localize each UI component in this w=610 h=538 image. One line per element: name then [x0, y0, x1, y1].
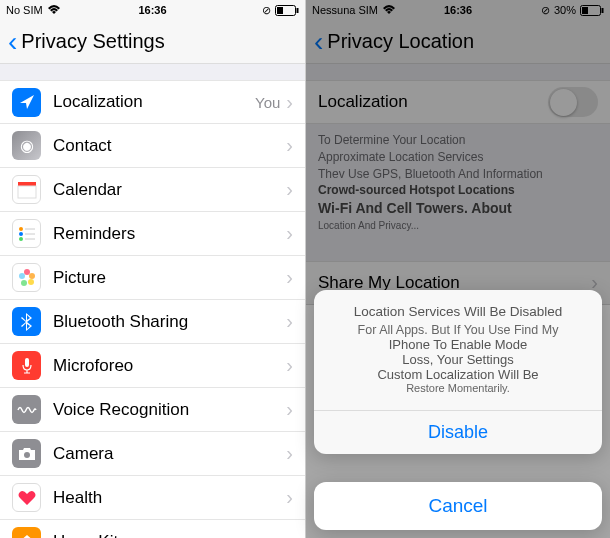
- nav-title: Privacy Settings: [21, 30, 164, 53]
- settings-list: Localization You › ◉ Contact › Calendar …: [0, 64, 305, 538]
- svg-point-15: [21, 280, 27, 286]
- chevron-right-icon: ›: [286, 398, 293, 421]
- row-label: Calendar: [53, 180, 286, 200]
- row-label: Camera: [53, 444, 286, 464]
- svg-rect-4: [18, 186, 36, 198]
- svg-rect-3: [18, 182, 36, 186]
- row-calendar[interactable]: Calendar ›: [0, 168, 305, 212]
- chevron-right-icon: ›: [286, 178, 293, 201]
- row-homekit[interactable]: HomeKit ›: [0, 520, 305, 538]
- svg-rect-17: [25, 358, 29, 367]
- row-health[interactable]: Health ›: [0, 476, 305, 520]
- row-label: Voice Recognition: [53, 400, 286, 420]
- homekit-icon: [12, 527, 41, 538]
- modal-overlay: [306, 0, 610, 538]
- chevron-right-icon: ›: [286, 442, 293, 465]
- battery-icon: [275, 5, 299, 16]
- row-picture[interactable]: Picture ›: [0, 256, 305, 300]
- row-reminders[interactable]: Reminders ›: [0, 212, 305, 256]
- clock: 16:36: [138, 4, 166, 16]
- row-label: Health: [53, 488, 286, 508]
- location-icon: [12, 88, 41, 117]
- reminders-icon: [12, 219, 41, 248]
- row-label: Contact: [53, 136, 286, 156]
- svg-rect-1: [297, 8, 299, 13]
- bluetooth-icon: [12, 307, 41, 336]
- chevron-right-icon: ›: [286, 91, 293, 114]
- svg-point-18: [24, 452, 30, 458]
- svg-point-14: [28, 279, 34, 285]
- privacy-settings-screen: No SIM 16:36 ⊘ ‹ Privacy Settings Locali…: [0, 0, 305, 538]
- row-localization[interactable]: Localization You ›: [0, 80, 305, 124]
- row-label: Bluetooth Sharing: [53, 312, 286, 332]
- svg-point-7: [19, 237, 23, 241]
- svg-point-6: [19, 232, 23, 236]
- row-detail: You: [255, 94, 280, 111]
- wifi-icon: [47, 5, 61, 15]
- chevron-right-icon: ›: [286, 222, 293, 245]
- row-label: Localization: [53, 92, 255, 112]
- status-bar: No SIM 16:36 ⊘: [0, 0, 305, 20]
- chevron-right-icon: ›: [286, 486, 293, 509]
- contacts-icon: ◉: [12, 131, 41, 160]
- row-bluetooth[interactable]: Bluetooth Sharing ›: [0, 300, 305, 344]
- rotation-lock-icon: ⊘: [262, 4, 271, 17]
- svg-rect-2: [277, 7, 283, 14]
- row-label: Reminders: [53, 224, 286, 244]
- cancel-button[interactable]: Cancel: [314, 482, 602, 530]
- svg-point-5: [19, 227, 23, 231]
- row-camera[interactable]: Camera ›: [0, 432, 305, 476]
- calendar-icon: [12, 175, 41, 204]
- privacy-location-screen: Nessuna SIM 16:36 ⊘ 30% ‹ Privacy Locati…: [305, 0, 610, 538]
- health-icon: [12, 483, 41, 512]
- row-label: Microforeo: [53, 356, 286, 376]
- photos-icon: [12, 263, 41, 292]
- svg-point-16: [19, 273, 25, 279]
- back-chevron-icon[interactable]: ‹: [8, 28, 17, 56]
- microphone-icon: [12, 351, 41, 380]
- disable-button[interactable]: Disable: [314, 410, 602, 454]
- chevron-right-icon: ›: [286, 134, 293, 157]
- alert-message: Location Services Will Be Disabled For A…: [314, 290, 602, 410]
- chevron-right-icon: ›: [286, 266, 293, 289]
- voice-icon: [12, 395, 41, 424]
- row-label: Picture: [53, 268, 286, 288]
- disable-location-alert: Location Services Will Be Disabled For A…: [314, 290, 602, 454]
- chevron-right-icon: ›: [286, 354, 293, 377]
- svg-point-13: [29, 273, 35, 279]
- camera-icon: [12, 439, 41, 468]
- chevron-right-icon: ›: [286, 310, 293, 333]
- row-microphone[interactable]: Microforeo ›: [0, 344, 305, 388]
- carrier-label: No SIM: [6, 4, 43, 16]
- chevron-right-icon: ›: [286, 530, 293, 538]
- row-voice-recognition[interactable]: Voice Recognition ›: [0, 388, 305, 432]
- row-label: HomeKit: [53, 532, 286, 539]
- row-contact[interactable]: ◉ Contact ›: [0, 124, 305, 168]
- nav-bar: ‹ Privacy Settings: [0, 20, 305, 64]
- svg-point-12: [24, 269, 30, 275]
